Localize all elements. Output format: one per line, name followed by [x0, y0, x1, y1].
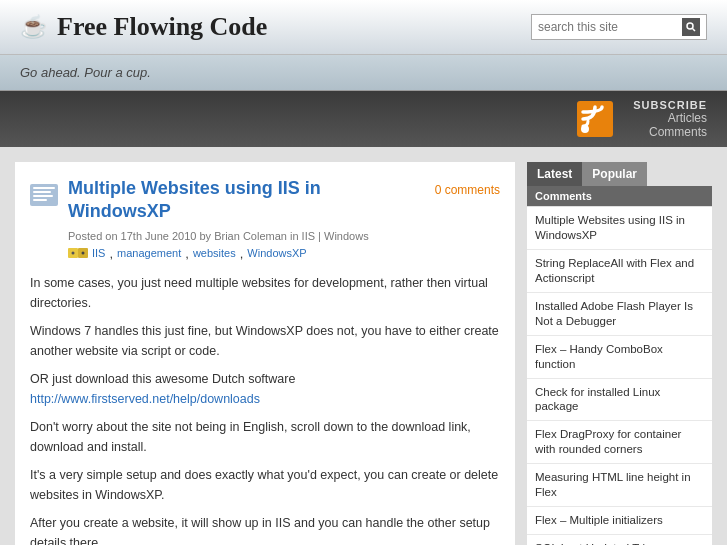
sidebar-item[interactable]: Flex – Handy ComboBox function [527, 336, 712, 379]
site-title: Free Flowing Code [57, 12, 267, 42]
main-layout: Multiple Websites using IIS in WindowsXP… [0, 147, 727, 545]
sidebar-list: Multiple Websites using IIS in WindowsXP… [527, 207, 712, 545]
tag-websites[interactable]: websites [193, 247, 236, 259]
tab-latest[interactable]: Latest [527, 162, 582, 186]
subscribe-bar: SUBSCRIBE Articles Comments [0, 91, 727, 147]
sidebar-item[interactable]: Measuring HTML line height in Flex [527, 464, 712, 507]
post-header: Multiple Websites using IIS in WindowsXP… [30, 177, 500, 224]
post-meta: Posted on 17th June 2010 by Brian Colema… [68, 230, 500, 242]
svg-rect-5 [33, 187, 55, 189]
articles-link[interactable]: Articles [633, 111, 707, 125]
svg-point-12 [82, 252, 85, 255]
svg-rect-7 [33, 195, 53, 197]
post-para-6: After you create a website, it will show… [30, 513, 500, 545]
svg-rect-6 [33, 191, 51, 193]
tagline: Go ahead. Pour a cup. [0, 55, 727, 91]
post-para-2: Windows 7 handles this just fine, but Wi… [30, 321, 500, 361]
post-tags: IIS, management, websites, WindowsXP [68, 246, 500, 261]
svg-point-0 [687, 23, 693, 29]
coffee-icon: ☕ [20, 14, 47, 40]
sidebar-item[interactable]: Flex DragProxy for container with rounde… [527, 421, 712, 464]
sidebar-item[interactable]: Check for installed Linux package [527, 379, 712, 422]
tag-windowsxp[interactable]: WindowsXP [247, 247, 306, 259]
tag-iis[interactable]: IIS [92, 247, 105, 259]
sidebar-item[interactable]: Flex – Multiple initializers [527, 507, 712, 535]
sidebar: Latest Popular Comments Multiple Website… [527, 162, 712, 545]
post-body: In some cases, you just need multiple we… [30, 273, 500, 545]
post-para-3: OR just download this awesome Dutch soft… [30, 369, 500, 409]
tags-icon [68, 246, 88, 260]
rss-icon [577, 101, 613, 137]
subscribe-links: SUBSCRIBE Articles Comments [633, 99, 707, 139]
sidebar-section-label: Comments [527, 186, 712, 206]
post-para-5: It's a very simple setup and does exactl… [30, 465, 500, 505]
post-title: Multiple Websites using IIS in WindowsXP [68, 177, 425, 224]
sidebar-item[interactable]: SQL Last Updated Trigger [527, 535, 712, 545]
comments-link[interactable]: Comments [633, 125, 707, 139]
search-input[interactable] [538, 20, 678, 34]
download-link[interactable]: http://www.firstserved.net/help/download… [30, 392, 260, 406]
content-area: Multiple Websites using IIS in WindowsXP… [15, 162, 515, 545]
tag-management[interactable]: management [117, 247, 181, 259]
post-meta-text: Posted on 17th June 2010 by Brian Colema… [68, 230, 369, 242]
site-header: ☕ Free Flowing Code [0, 0, 727, 55]
svg-point-11 [72, 252, 75, 255]
post-para-4: Don't worry about the site not being in … [30, 417, 500, 457]
sidebar-tabs: Latest Popular [527, 162, 712, 186]
search-bar[interactable] [531, 14, 707, 40]
tab-popular[interactable]: Popular [582, 162, 647, 186]
header-left: ☕ Free Flowing Code [20, 12, 267, 42]
sidebar-item[interactable]: String ReplaceAll with Flex and Actionsc… [527, 250, 712, 293]
svg-line-1 [693, 29, 696, 32]
search-icon[interactable] [682, 18, 700, 36]
svg-rect-8 [33, 199, 47, 201]
post-icon [30, 181, 58, 209]
sidebar-item[interactable]: Installed Adobe Flash Player Is Not a De… [527, 293, 712, 336]
comment-count: 0 comments [435, 183, 500, 197]
subscribe-label: SUBSCRIBE [633, 99, 707, 111]
sidebar-item[interactable]: Multiple Websites using IIS in WindowsXP [527, 207, 712, 250]
post-para-1: In some cases, you just need multiple we… [30, 273, 500, 313]
